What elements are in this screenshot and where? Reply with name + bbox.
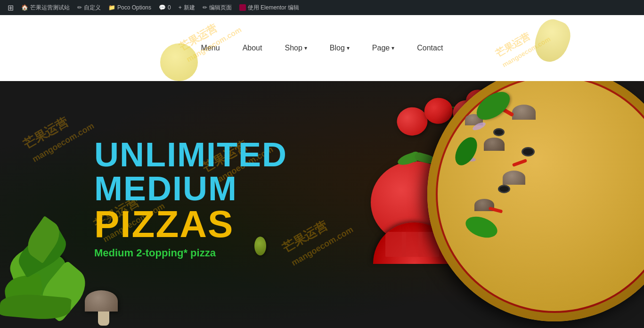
admin-bar: ⊞ 🏠 芒果运营测试站 ✏ 自定义 📁 Poco Options 💬 0 + 新…	[0, 0, 644, 15]
poco-label: Poco Options	[117, 4, 151, 11]
edit-icon: ✏	[203, 4, 207, 11]
edit-page-item[interactable]: ✏ 编辑页面	[199, 0, 236, 15]
nav-item-page[interactable]: Page ▾	[372, 44, 394, 52]
nav-item-menu[interactable]: Menu	[201, 44, 220, 52]
customize-item[interactable]: ✏ 自定义	[73, 0, 105, 15]
nav-page-label: Page	[372, 44, 390, 52]
new-label: 新建	[184, 4, 195, 12]
elementor-item[interactable]: 使用 Elementor 编辑	[236, 0, 303, 15]
elementor-icon	[239, 4, 246, 11]
main-nav: Menu About Shop ▾ Blog ▾ Page ▾ Contact	[201, 44, 443, 52]
site-home-icon: 🏠	[21, 4, 28, 11]
site-header: 芒果运营mangoecom.com 芒果运营mangoecom.com Menu…	[0, 15, 644, 81]
nav-shop-label: Shop	[285, 44, 302, 52]
header-deco-left	[160, 43, 198, 81]
hero-line1: UNLIMITED	[94, 138, 287, 172]
shop-chevron-icon: ▾	[304, 45, 307, 51]
blog-chevron-icon: ▾	[347, 45, 350, 51]
nav-item-shop[interactable]: Shop ▾	[285, 44, 307, 52]
hero-line2: MEDIUM	[94, 172, 287, 205]
nav-contact-label: Contact	[417, 44, 443, 52]
wp-icon: ⊞	[8, 3, 14, 12]
wp-logo-item[interactable]: ⊞	[4, 0, 17, 15]
site-name-item[interactable]: 🏠 芒果运营测试站	[17, 0, 73, 15]
pencil-icon: ✏	[77, 4, 82, 11]
customize-label: 自定义	[84, 4, 101, 12]
hero-section: 芒果运营mangoecom.com 芒果运营mangoecom.com 芒果运营…	[0, 81, 644, 328]
nav-item-blog[interactable]: Blog ▾	[330, 44, 350, 52]
nav-item-contact[interactable]: Contact	[417, 44, 443, 52]
hero-subtitle: Medium 2-topping* pizza	[94, 247, 287, 259]
page-chevron-icon: ▾	[391, 45, 394, 51]
site-name-label: 芒果运营测试站	[30, 4, 70, 12]
hero-line3: PIZZAS	[94, 205, 287, 243]
header-watermark-1: 芒果运营mangoecom.com	[177, 11, 244, 65]
elementor-label: 使用 Elementor 编辑	[248, 4, 299, 12]
nav-item-about[interactable]: About	[243, 44, 262, 52]
comment-icon: 💬	[159, 4, 166, 11]
nav-about-label: About	[243, 44, 262, 52]
plus-icon: +	[179, 4, 182, 11]
header-deco-right	[536, 20, 569, 62]
header-watermark-2: 芒果运营mangoecom.com	[493, 22, 552, 70]
comment-count: 0	[168, 4, 171, 11]
mushroom-decoration	[85, 290, 122, 328]
nav-blog-label: Blog	[330, 44, 345, 52]
comments-item[interactable]: 💬 0	[155, 0, 175, 15]
poco-options-item[interactable]: 📁 Poco Options	[105, 0, 155, 15]
nav-menu-label: Menu	[201, 44, 220, 52]
folder-icon: 📁	[108, 4, 115, 11]
edit-label: 编辑页面	[209, 4, 232, 12]
new-item[interactable]: + 新建	[175, 0, 199, 15]
hero-content: UNLIMITED MEDIUM PIZZAS Medium 2-topping…	[94, 138, 287, 259]
